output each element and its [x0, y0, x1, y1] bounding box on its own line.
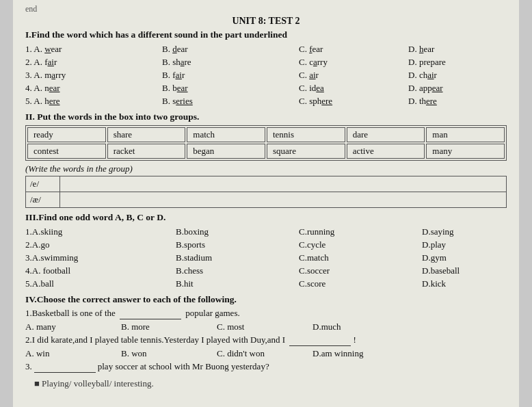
s4-q2-blank[interactable]	[289, 334, 351, 346]
s4-q1-optD: D.much	[312, 321, 422, 333]
q3-c: C. air	[299, 69, 408, 81]
section2: II. Put the words in the box into two gr…	[25, 111, 507, 208]
q2-b: B. share	[162, 56, 299, 68]
odd-q4-b: B.chess	[176, 265, 299, 277]
group2-content[interactable]	[60, 192, 506, 207]
s4-q2-optD: D.am winning	[312, 347, 422, 360]
odd-q5-d: D.kick	[422, 278, 511, 290]
q1-row: 1. A. wear B. dear C. fear D. hear	[25, 43, 507, 55]
odd-q1-d: D.saying	[422, 226, 511, 238]
odd-q5-c: C.score	[299, 278, 422, 290]
group1-label: /e/	[26, 176, 60, 192]
s4-q1-optA: A. many	[25, 321, 121, 333]
odd-q5: 5.A.ball B.hit C.score D.kick	[25, 278, 507, 290]
q3-row: 3. A. marry B. fair C. air D. chair	[25, 69, 507, 81]
s4-q2-optB: B. won	[121, 347, 217, 360]
group-note: (Write the words in the group)	[25, 163, 507, 174]
odd-q5-a: 5.A.ball	[25, 278, 176, 290]
odd-q2-c: C.cycle	[299, 239, 422, 251]
odd-q3-a: 3.A.swimming	[25, 252, 176, 264]
q2-row: 2. A. fair B. share C. carry D. prepare	[25, 56, 507, 68]
word-square: square	[267, 144, 345, 159]
q2-a: 2. A. fair	[25, 56, 162, 68]
odd-q1: 1.A.skiing B.boxing C.running D.saying	[25, 226, 507, 238]
s4-q2-options: A. win B. won C. didn't won D.am winning	[25, 347, 507, 360]
group1-content[interactable]	[60, 176, 506, 192]
q4-row: 4. A. near B. bear C. idea D. appear	[25, 82, 507, 94]
word-match: match	[187, 127, 265, 142]
odd-q4: 4.A. football B.chess C.soccer D.basebal…	[25, 265, 507, 277]
word-box: ready share match tennis dare man contes…	[25, 125, 507, 161]
q4-a: 4. A. near	[25, 82, 162, 94]
section2-title: II. Put the words in the box into two gr…	[25, 111, 507, 122]
odd-q3-c: C.match	[299, 252, 422, 264]
page-title: UNIT 8: TEST 2	[25, 16, 507, 27]
q4-d: D. appear	[408, 82, 518, 94]
bottom-note: ■ Playing/ volleyball/ interesting.	[25, 378, 507, 389]
q4-c: C. idea	[299, 82, 408, 94]
q5-c: C. sphere	[299, 95, 408, 107]
word-contest: contest	[27, 144, 106, 159]
group2-label: /æ/	[26, 192, 60, 207]
odd-q1-b: B.boxing	[176, 226, 299, 238]
word-tennis: tennis	[267, 127, 345, 142]
word-row-1: ready share match tennis dare man	[27, 127, 505, 142]
odd-q3-b: B.stadium	[176, 252, 299, 264]
word-man: man	[426, 127, 505, 142]
q5-a: 5. A. here	[25, 95, 162, 107]
q4-b: B. bear	[162, 82, 299, 94]
q3-b: B. fair	[162, 69, 299, 81]
q3-d: D. chair	[408, 69, 518, 81]
q1-b: B. dear	[162, 43, 299, 55]
s4-q2-optA: A. win	[25, 347, 121, 360]
s4-q2-stem: 2.I did karate,and I played table tennis…	[25, 334, 507, 346]
section3: III.Find one odd word A, B, C or D. 1.A.…	[25, 212, 507, 290]
section4: IV.Choose the correct answer to each of …	[25, 294, 507, 373]
group-box: /e/ /æ/	[25, 176, 507, 208]
s4-q1-optB: B. more	[121, 321, 217, 333]
section1: I.Find the word which has a different so…	[25, 29, 507, 107]
s4-q2-optC: C. didn't won	[217, 347, 312, 360]
word-many: many	[426, 144, 505, 159]
word-dare: dare	[347, 127, 425, 142]
odd-q2: 2.A.go B.sports C.cycle D.play	[25, 239, 507, 251]
q1-c: C. fear	[299, 43, 408, 55]
odd-q2-d: D.play	[422, 239, 511, 251]
odd-q3: 3.A.swimming B.stadium C.match D.gym	[25, 252, 507, 264]
page: end UNIT 8: TEST 2 I.Find the word which…	[13, 0, 519, 407]
s4-q1-stem: 1.Basketball is one of the popular games…	[25, 308, 507, 319]
word-share: share	[107, 127, 186, 142]
odd-q2-a: 2.A.go	[25, 239, 176, 251]
s4-q3-blank[interactable]	[34, 361, 96, 373]
word-row-2: contest racket began square active many	[27, 144, 505, 159]
word-began: began	[187, 144, 265, 159]
q1-a: 1. A. wear	[25, 43, 162, 55]
q5-b: B. series	[162, 95, 299, 107]
s4-q1-options: A. many B. more C. most D.much	[25, 321, 507, 333]
group1-row: /e/	[26, 176, 506, 192]
word-racket: racket	[107, 144, 186, 159]
s4-q1-blank[interactable]	[120, 308, 181, 319]
odd-q1-a: 1.A.skiing	[25, 226, 176, 238]
odd-q4-a: 4.A. football	[25, 265, 176, 277]
word-active: active	[347, 144, 425, 159]
odd-q4-d: D.baseball	[422, 265, 511, 277]
q5-row: 5. A. here B. series C. sphere D. there	[25, 95, 507, 107]
q3-a: 3. A. marry	[25, 69, 162, 81]
group2-row: /æ/	[26, 192, 506, 207]
section3-title: III.Find one odd word A, B, C or D.	[25, 212, 507, 223]
s4-q3-stem: 3. play soccer at school with Mr Buong y…	[25, 361, 507, 373]
q2-c: C. carry	[299, 56, 408, 68]
q2-d: D. prepare	[408, 56, 518, 68]
section1-title: I.Find the word which has a different so…	[25, 29, 507, 40]
section4-title: IV.Choose the correct answer to each of …	[25, 294, 507, 305]
q1-d: D. hear	[408, 43, 518, 55]
end-label: end	[25, 4, 507, 14]
word-ready: ready	[27, 127, 106, 142]
odd-q3-d: D.gym	[422, 252, 511, 264]
s4-q1-optC: C. most	[217, 321, 312, 333]
q5-d: D. there	[408, 95, 518, 107]
odd-q2-b: B.sports	[176, 239, 299, 251]
odd-q4-c: C.soccer	[299, 265, 422, 277]
odd-q1-c: C.running	[299, 226, 422, 238]
